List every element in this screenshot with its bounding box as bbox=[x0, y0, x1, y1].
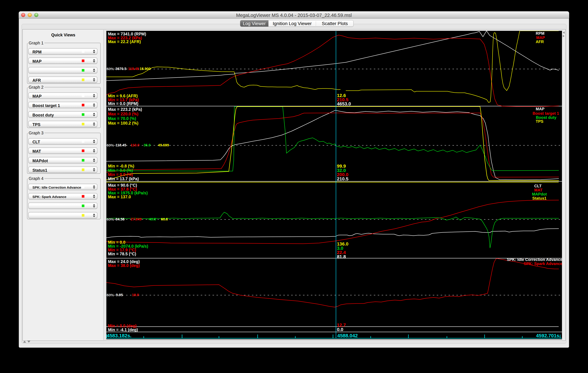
svg-text:-49.5: -49.5 bbox=[148, 217, 156, 221]
svg-text:CLT: CLT bbox=[534, 184, 542, 188]
svg-text:50%: 50% bbox=[107, 67, 114, 71]
svg-text:Min = 0.0 (%): Min = 0.0 (%) bbox=[108, 172, 133, 177]
svg-text:68.5: 68.5 bbox=[161, 217, 168, 221]
svg-text:84.55: 84.55 bbox=[116, 217, 125, 221]
svg-text:118.45: 118.45 bbox=[116, 143, 126, 147]
svg-text:Min = 0.0 (RPM): Min = 0.0 (RPM) bbox=[108, 101, 138, 106]
svg-text:50%: 50% bbox=[107, 293, 114, 297]
svg-text:Min = -4.1 (deg): Min = -4.1 (deg) bbox=[108, 327, 138, 332]
svg-text:Min = -0.8 (%): Min = -0.8 (%) bbox=[108, 164, 134, 168]
svg-text:50%: 50% bbox=[107, 217, 114, 221]
svg-text:50%: 50% bbox=[107, 143, 114, 147]
svg-text:210.5: 210.5 bbox=[337, 176, 348, 181]
svg-text:3670.5: 3670.5 bbox=[115, 67, 126, 71]
svg-text:118.45: 118.45 bbox=[128, 67, 139, 71]
svg-text:Max = 100.2 (%): Max = 100.2 (%) bbox=[108, 121, 138, 125]
svg-text:TPS: TPS bbox=[536, 119, 543, 124]
svg-text:Status1: Status1 bbox=[532, 196, 546, 201]
svg-text:Max = 70.0 (%): Max = 70.0 (%) bbox=[108, 116, 136, 121]
svg-text:19.0: 19.0 bbox=[132, 293, 139, 297]
svg-text:81.8: 81.8 bbox=[337, 254, 346, 259]
svg-text:Boost target 1: Boost target 1 bbox=[533, 111, 559, 116]
svg-text:9.95: 9.95 bbox=[116, 293, 123, 297]
svg-text:AFR: AFR bbox=[536, 40, 544, 44]
svg-text:MAPdot: MAPdot bbox=[532, 192, 547, 196]
svg-text:35.0: 35.0 bbox=[144, 143, 151, 147]
svg-text:RPM: RPM bbox=[536, 31, 544, 36]
svg-text:4588.042: 4588.042 bbox=[337, 333, 358, 338]
svg-text:MAP: MAP bbox=[536, 107, 544, 111]
svg-text:49.699: 49.699 bbox=[158, 143, 169, 147]
svg-text:4592.701s.: 4592.701s. bbox=[536, 333, 561, 338]
svg-text:27.849: 27.849 bbox=[131, 217, 142, 221]
svg-text:Boost duty: Boost duty bbox=[536, 115, 556, 120]
svg-text:Max = 38.0 (deg): Max = 38.0 (deg) bbox=[108, 263, 140, 268]
svg-text:4653.0: 4653.0 bbox=[337, 101, 351, 106]
svg-text:Max = 223.2 (kPa): Max = 223.2 (kPa) bbox=[108, 107, 142, 112]
svg-text:4583.182s.: 4583.182s. bbox=[107, 333, 131, 338]
svg-text:MAT: MAT bbox=[534, 188, 543, 192]
svg-text:110.0: 110.0 bbox=[131, 143, 139, 147]
svg-text:15.900: 15.900 bbox=[140, 67, 151, 71]
svg-text:Max = 22.2 (AFR): Max = 22.2 (AFR) bbox=[108, 39, 141, 44]
svg-text:SPK: Idle Correction Advance: SPK: Idle Correction Advance bbox=[507, 257, 562, 262]
svg-text:Max = 137.0: Max = 137.0 bbox=[108, 194, 131, 199]
svg-text:MAP: MAP bbox=[536, 35, 545, 40]
svg-text:Min = 13.7 (kPa): Min = 13.7 (kPa) bbox=[108, 177, 139, 181]
svg-text:Min = 0.0 (%): Min = 0.0 (%) bbox=[108, 168, 133, 172]
svg-text:Max = 220.0 (%): Max = 220.0 (%) bbox=[108, 112, 138, 116]
svg-text:0.0: 0.0 bbox=[337, 327, 343, 332]
svg-text:Min = 78.5 (°C): Min = 78.5 (°C) bbox=[108, 252, 136, 256]
svg-text:SPK: Spark Advance: SPK: Spark Advance bbox=[524, 261, 562, 266]
